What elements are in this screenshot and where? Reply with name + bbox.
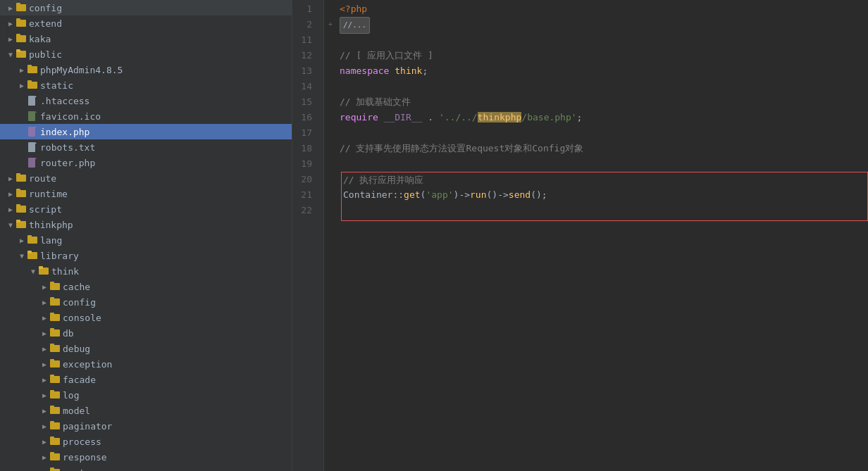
folder-icon-runtime <box>16 189 27 199</box>
sidebar-item-model[interactable]: ▶model <box>0 403 292 418</box>
folder-arrow-config: ▶ <box>6 4 16 12</box>
svg-rect-51 <box>50 390 54 393</box>
folder-arrow-think: ▼ <box>28 268 38 275</box>
sidebar-item-script[interactable]: ▶script <box>0 201 292 217</box>
fold-marker-13 <box>324 63 337 79</box>
fold-marker-19 <box>324 156 337 172</box>
folder-icon-console <box>49 313 61 322</box>
sidebar-item-kaka[interactable]: ▶kaka <box>0 31 292 46</box>
tree-label-process: process <box>63 437 101 447</box>
svg-rect-41 <box>50 313 54 315</box>
folder-icon-route2 <box>49 467 61 471</box>
app-str: 'app' <box>426 189 453 200</box>
sidebar-item-config2[interactable]: ▶config <box>0 294 292 310</box>
svg-rect-53 <box>50 406 54 408</box>
folder-arrow-route2: ▶ <box>39 469 49 472</box>
tree-label-debug: debug <box>63 344 90 354</box>
sidebar-item-console[interactable]: ▶console <box>0 310 292 325</box>
svg-marker-15 <box>35 111 37 113</box>
fold-marker-2[interactable]: + <box>324 17 337 32</box>
sidebar-item-library[interactable]: ▼library <box>0 248 292 263</box>
sidebar-item-.htaccess[interactable]: .htaccess <box>0 93 292 108</box>
sidebar-item-extend[interactable]: ▶extend <box>0 15 292 31</box>
line-num-18: 18 <box>292 141 318 156</box>
svg-rect-39 <box>50 297 54 300</box>
sidebar-item-robots.txt[interactable]: robots.txt <box>0 139 292 155</box>
svg-rect-16 <box>28 127 35 137</box>
sidebar-item-lang[interactable]: ▶lang <box>0 232 292 248</box>
sidebar-item-favicon.ico[interactable]: favicon.ico <box>0 108 292 124</box>
sidebar-item-facade[interactable]: ▶facade <box>0 372 292 387</box>
folder-arrow-script: ▶ <box>6 206 16 213</box>
folder-icon-public <box>16 49 27 59</box>
sidebar-item-route[interactable]: ▶route <box>0 170 292 186</box>
line-num-15: 15 <box>292 94 318 110</box>
file-tree[interactable]: ▶config▶extend▶kaka▼public▶phpMyAdmin4.8… <box>0 0 292 471</box>
folder-arrow-db: ▶ <box>39 329 49 337</box>
fold-marker-15 <box>324 94 337 110</box>
sidebar-item-route2[interactable]: ▶route <box>0 465 292 471</box>
file-icon-robots.txt <box>27 142 38 152</box>
tree-label-phpMyAdmin4.8.5: phpMyAdmin4.8.5 <box>40 65 123 75</box>
code-line-12: // [ 应用入口文件 ] <box>340 48 868 63</box>
sidebar-item-process[interactable]: ▶process <box>0 434 292 449</box>
svg-marker-17 <box>35 127 37 128</box>
folder-arrow-console: ▶ <box>39 314 49 322</box>
tree-label-response: response <box>63 452 107 463</box>
folder-icon-facade <box>49 375 61 384</box>
sidebar-item-response[interactable]: ▶response <box>0 449 292 465</box>
folder-icon-lang <box>27 235 38 245</box>
sidebar-item-debug[interactable]: ▶debug <box>0 341 292 356</box>
sidebar-item-thinkphp[interactable]: ▼thinkphp <box>0 217 292 232</box>
folded-block[interactable]: //... <box>340 17 370 34</box>
sidebar-item-paginator[interactable]: ▶paginator <box>0 418 292 434</box>
tree-label-index.php: index.php <box>40 127 89 137</box>
fold-marker-22 <box>324 203 337 218</box>
folder-arrow-lang: ▶ <box>17 237 27 244</box>
tree-label-favicon.ico: favicon.ico <box>40 111 101 122</box>
svg-rect-33 <box>27 251 32 253</box>
code-line-17 <box>340 125 868 141</box>
sidebar-item-phpMyAdmin4.8.5[interactable]: ▶phpMyAdmin4.8.5 <box>0 62 292 77</box>
sidebar-item-runtime[interactable]: ▶runtime <box>0 186 292 201</box>
fold-marker-1 <box>324 1 337 17</box>
sidebar-item-static[interactable]: ▶static <box>0 77 292 93</box>
fold-marker-17 <box>324 125 337 141</box>
svg-rect-23 <box>16 173 20 176</box>
tree-label-route2: route <box>63 467 90 472</box>
file-icon-.htaccess <box>27 96 38 106</box>
svg-rect-55 <box>50 421 54 424</box>
folder-arrow-static: ▶ <box>17 82 27 89</box>
sidebar-item-log[interactable]: ▶log <box>0 387 292 403</box>
sidebar-item-think[interactable]: ▼think <box>0 263 292 279</box>
svg-rect-49 <box>50 375 54 377</box>
folder-arrow-library: ▼ <box>17 252 27 260</box>
folder-icon-cache <box>49 282 61 291</box>
sidebar-item-public[interactable]: ▼public <box>0 46 292 62</box>
file-icon-favicon.ico <box>27 111 38 121</box>
svg-rect-29 <box>16 220 20 222</box>
folder-arrow-public: ▼ <box>6 51 16 58</box>
svg-rect-31 <box>27 235 32 238</box>
sidebar-item-exception[interactable]: ▶exception <box>0 356 292 372</box>
tree-label-static: static <box>40 80 73 91</box>
svg-rect-18 <box>28 142 35 152</box>
line-num-21: 21 <box>292 187 318 203</box>
folder-icon-static <box>27 80 38 90</box>
tree-label-script: script <box>29 204 62 215</box>
sidebar-item-db[interactable]: ▶db <box>0 325 292 341</box>
sidebar-item-index.php[interactable]: index.php <box>0 124 292 139</box>
file-icon-index.php <box>27 127 38 137</box>
folder-icon-config <box>16 3 27 13</box>
svg-rect-12 <box>28 96 35 106</box>
code-line-20: // 执行应用并响应 <box>341 172 868 187</box>
folder-arrow-exception: ▶ <box>39 360 49 368</box>
folder-icon-model <box>49 406 61 415</box>
folder-arrow-kaka: ▶ <box>6 35 16 43</box>
tree-label-robots.txt: robots.txt <box>40 142 95 153</box>
folder-arrow-extend: ▶ <box>6 20 16 27</box>
sidebar-item-router.php[interactable]: router.php <box>0 155 292 170</box>
sidebar-item-cache[interactable]: ▶cache <box>0 279 292 294</box>
folder-arrow-route: ▶ <box>6 175 16 182</box>
sidebar-item-config[interactable]: ▶config <box>0 0 292 15</box>
